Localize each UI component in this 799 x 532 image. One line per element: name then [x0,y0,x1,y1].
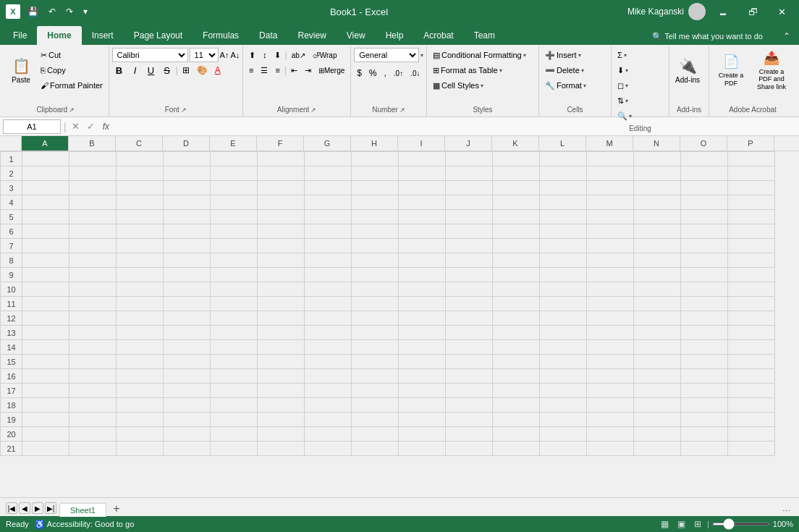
cell-P7[interactable] [728,239,775,253]
cell-J13[interactable] [446,326,493,340]
border-button[interactable]: ⊞ [179,63,193,77]
cell-C19[interactable] [117,413,164,427]
align-left-button[interactable]: ≡ [246,63,256,77]
sort-filter-button[interactable]: ⇅ ▾ [614,93,666,108]
cell-A13[interactable] [22,326,69,340]
cell-F16[interactable] [258,369,305,384]
cell-J10[interactable] [446,282,493,297]
cell-N2[interactable] [634,166,681,181]
format-table-button[interactable]: ⊞ Format as Table ▾ [430,63,536,77]
cell-K5[interactable] [493,210,540,224]
cell-L8[interactable] [540,253,587,268]
cell-M4[interactable] [587,195,634,210]
autosum-button[interactable]: Σ ▾ [614,48,666,62]
cell-K8[interactable] [493,253,540,268]
cell-D19[interactable] [164,413,211,427]
cell-B2[interactable] [69,166,117,181]
cell-F17[interactable] [258,384,305,398]
cell-J21[interactable] [446,442,493,456]
row-header-10[interactable]: 10 [1,282,22,297]
cell-K10[interactable] [493,282,540,297]
cell-H20[interactable] [352,427,399,442]
cell-J1[interactable] [446,152,493,166]
cell-F14[interactable] [258,340,305,355]
row-header-14[interactable]: 14 [1,340,22,355]
cell-N11[interactable] [634,297,681,311]
cell-G3[interactable] [305,181,352,195]
cell-L9[interactable] [540,268,587,282]
cell-J16[interactable] [446,369,493,384]
cell-K9[interactable] [493,268,540,282]
cell-H16[interactable] [352,369,399,384]
align-center-button[interactable]: ☰ [258,63,271,77]
cell-F5[interactable] [258,210,305,224]
cell-styles-dropdown-icon[interactable]: ▾ [481,83,483,89]
cell-O10[interactable] [681,282,728,297]
cell-O4[interactable] [681,195,728,210]
percent-button[interactable]: % [366,66,380,80]
cell-F10[interactable] [258,282,305,297]
row-header-15[interactable]: 15 [1,355,22,369]
cell-O7[interactable] [681,239,728,253]
cell-O8[interactable] [681,253,728,268]
row-header-2[interactable]: 2 [1,166,22,181]
cell-J20[interactable] [446,427,493,442]
cell-G2[interactable] [305,166,352,181]
cell-A18[interactable] [22,398,69,413]
cell-J15[interactable] [446,355,493,369]
cell-D21[interactable] [164,442,211,456]
cell-K6[interactable] [493,224,540,239]
cell-M11[interactable] [587,297,634,311]
cell-D3[interactable] [164,181,211,195]
cell-N1[interactable] [634,152,681,166]
row-header-3[interactable]: 3 [1,181,22,195]
cell-H11[interactable] [352,297,399,311]
cell-P9[interactable] [728,268,775,282]
cell-C8[interactable] [117,253,164,268]
insert-dropdown-icon[interactable]: ▾ [578,52,581,59]
cell-G9[interactable] [305,268,352,282]
increase-decimal-button[interactable]: .0↑ [391,66,406,80]
cell-H5[interactable] [352,210,399,224]
cell-O12[interactable] [681,311,728,326]
tab-acrobat[interactable]: Acrobat [413,26,463,45]
cell-D13[interactable] [164,326,211,340]
cell-E17[interactable] [211,384,258,398]
col-header-I[interactable]: I [398,136,445,151]
cell-C2[interactable] [117,166,164,181]
cell-M18[interactable] [587,398,634,413]
cell-G11[interactable] [305,297,352,311]
cell-E13[interactable] [211,326,258,340]
row-header-18[interactable]: 18 [1,398,22,413]
cell-E4[interactable] [211,195,258,210]
col-header-P[interactable]: P [727,136,774,151]
cell-C6[interactable] [117,224,164,239]
font-family-select[interactable]: Calibri [112,48,188,62]
delete-dropdown-icon[interactable]: ▾ [581,67,584,74]
tab-page-layout[interactable]: Page Layout [124,26,193,45]
cell-O14[interactable] [681,340,728,355]
number-format-dropdown-icon[interactable]: ▾ [420,52,423,59]
page-break-view-button[interactable]: ⊞ [691,518,704,530]
cell-I5[interactable] [399,210,446,224]
cell-P15[interactable] [728,355,775,369]
cell-B13[interactable] [69,326,117,340]
page-layout-view-button[interactable]: ▣ [675,518,688,530]
cell-N3[interactable] [634,181,681,195]
cell-E2[interactable] [211,166,258,181]
cell-J5[interactable] [446,210,493,224]
cell-N14[interactable] [634,340,681,355]
cell-I8[interactable] [399,253,446,268]
tab-data[interactable]: Data [249,26,287,45]
cell-A7[interactable] [22,239,69,253]
row-header-19[interactable]: 19 [1,413,22,427]
cell-P3[interactable] [728,181,775,195]
normal-view-button[interactable]: ▦ [658,518,672,530]
cell-M7[interactable] [587,239,634,253]
cell-O13[interactable] [681,326,728,340]
cell-B1[interactable] [69,152,117,166]
cell-J19[interactable] [446,413,493,427]
cell-O5[interactable] [681,210,728,224]
cell-P5[interactable] [728,210,775,224]
cell-G21[interactable] [305,442,352,456]
